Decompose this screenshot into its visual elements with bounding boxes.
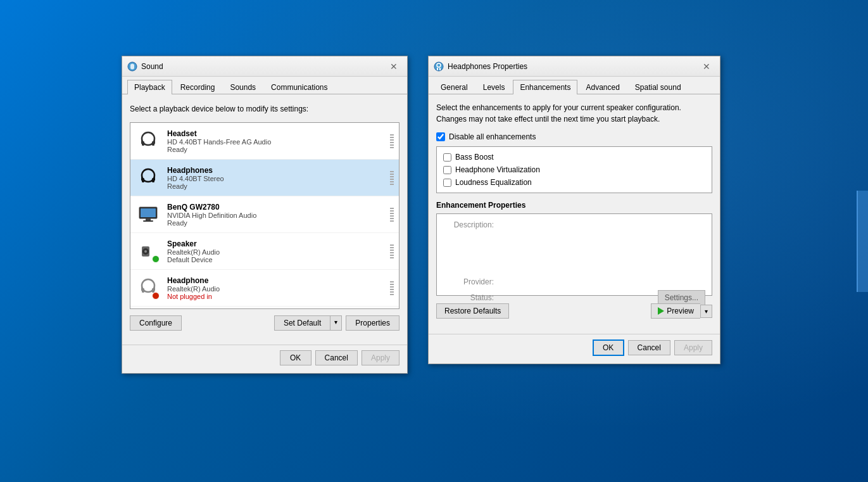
- preview-row: Restore Defaults Preview ▾: [436, 303, 712, 324]
- device-icon-headphone: [135, 276, 161, 301]
- headphone-virt-label: Headphone Virtualization: [455, 165, 540, 174]
- enhancements-list: Bass Boost Headphone Virtualization Loud…: [436, 146, 712, 193]
- description-label: Description:: [443, 220, 494, 229]
- side-decoration: [857, 191, 868, 292]
- disable-all-row: Disable all enhancements: [436, 132, 712, 141]
- device-status-headphones: Ready: [167, 182, 387, 190]
- device-item-headphone[interactable]: Headphone Realtek(R) Audio Not plugged i…: [130, 270, 399, 307]
- bass-boost-label: Bass Boost: [455, 153, 494, 162]
- play-triangle-icon: [658, 307, 664, 315]
- sound-description: Select a playback device below to modify…: [130, 102, 399, 116]
- device-icon-speaker: [135, 239, 161, 264]
- preview-split-button: Preview ▾: [651, 303, 712, 319]
- tab-communications[interactable]: Communications: [264, 80, 334, 94]
- device-item-benq[interactable]: BenQ GW2780 NVIDIA High Definition Audio…: [130, 196, 399, 233]
- enhancement-headphone-virt[interactable]: Headphone Virtualization: [441, 163, 708, 176]
- device-status-headset: Ready: [167, 146, 387, 153]
- tab-recording[interactable]: Recording: [173, 80, 222, 94]
- status-label: Status:: [443, 293, 494, 302]
- set-default-button[interactable]: Set Default: [274, 315, 330, 331]
- sound-title-bar: Sound ✕: [122, 56, 407, 77]
- device-name-headphones: Headphones: [167, 166, 387, 175]
- disable-all-label: Disable all enhancements: [449, 132, 536, 141]
- props-window-title: Headphones Properties: [448, 62, 698, 71]
- tab-levels[interactable]: Levels: [476, 80, 512, 94]
- device-item-headphones[interactable]: Headphones HD 4.40BT Stereo Ready: [130, 160, 399, 196]
- tab-playback[interactable]: Playback: [127, 80, 172, 94]
- device-grip-headphones: [390, 171, 394, 185]
- device-icon-benq: [135, 202, 161, 227]
- enhancement-properties-box: Description: Provider: Status: Settings.…: [436, 213, 712, 296]
- sound-apply-button[interactable]: Apply: [362, 350, 399, 365]
- device-info-benq: BenQ GW2780 NVIDIA High Definition Audio…: [167, 203, 387, 227]
- bass-boost-checkbox[interactable]: [443, 153, 451, 162]
- svg-rect-12: [141, 208, 156, 217]
- svg-rect-13: [146, 219, 151, 220]
- configure-button[interactable]: Configure: [130, 315, 182, 331]
- tab-general[interactable]: General: [434, 80, 475, 94]
- sound-window-title: Sound: [141, 62, 386, 71]
- device-item-headset[interactable]: Headset HD 4.40BT Hands-Free AG Audio Re…: [130, 123, 399, 160]
- sound-tabs: Playback Recording Sounds Communications: [122, 77, 407, 94]
- sound-ok-button[interactable]: OK: [280, 350, 311, 365]
- props-ok-button[interactable]: OK: [593, 339, 624, 356]
- device-grip-headset: [390, 134, 394, 148]
- sound-window: Sound ✕ Playback Recording Sounds Commun…: [122, 56, 408, 374]
- device-sub-speaker: Realtek(R) Audio: [167, 248, 387, 256]
- enhancement-loudness-eq[interactable]: Loudness Equalization: [441, 176, 708, 189]
- props-window-icon: [434, 61, 444, 72]
- sound-window-icon: [127, 61, 137, 72]
- tab-sounds[interactable]: Sounds: [223, 80, 263, 94]
- device-sub-benq: NVIDIA High Definition Audio: [167, 212, 387, 219]
- sound-bottom-buttons: OK Cancel Apply: [122, 345, 407, 373]
- device-info-headset: Headset HD 4.40BT Hands-Free AG Audio Re…: [167, 129, 387, 153]
- device-name-speaker: Speaker: [167, 239, 387, 248]
- props-apply-button[interactable]: Apply: [674, 340, 712, 355]
- speaker-default-dot: [152, 255, 160, 263]
- svg-rect-25: [437, 68, 438, 70]
- device-name-headset: Headset: [167, 129, 387, 138]
- loudness-eq-checkbox[interactable]: [443, 179, 451, 187]
- svg-rect-14: [143, 220, 153, 222]
- headphone-virt-checkbox[interactable]: [443, 166, 451, 174]
- device-status-headphone: Not plugged in: [167, 293, 387, 300]
- props-cancel-button[interactable]: Cancel: [628, 340, 670, 355]
- sound-close-button[interactable]: ✕: [386, 60, 402, 73]
- preview-label: Preview: [667, 307, 694, 315]
- device-status-speaker: Default Device: [167, 256, 387, 263]
- properties-button[interactable]: Properties: [346, 315, 399, 331]
- device-info-headphones: Headphones HD 4.40BT Stereo Ready: [167, 166, 387, 190]
- tab-advanced[interactable]: Advanced: [579, 80, 626, 94]
- device-name-benq: BenQ GW2780: [167, 203, 387, 212]
- preview-dropdown-button[interactable]: ▾: [700, 305, 712, 318]
- sound-cancel-button[interactable]: Cancel: [315, 350, 358, 365]
- device-sub-headphones: HD 4.40BT Stereo: [167, 175, 387, 182]
- enhancements-info-text: Select the enhancements to apply for you…: [436, 102, 712, 125]
- sound-content: Select a playback device below to modify…: [122, 94, 407, 342]
- set-default-arrow[interactable]: ▾: [330, 315, 342, 331]
- svg-point-17: [144, 250, 147, 253]
- device-grip-speaker: [390, 244, 394, 258]
- device-info-speaker: Speaker Realtek(R) Audio Default Device: [167, 239, 387, 263]
- preview-play-button[interactable]: Preview: [651, 303, 700, 319]
- tab-enhancements[interactable]: Enhancements: [513, 80, 577, 94]
- props-bottom-buttons: OK Cancel Apply: [429, 334, 720, 364]
- props-window: Headphones Properties ✕ General Levels E…: [428, 56, 720, 364]
- device-status-benq: Ready: [167, 219, 387, 227]
- provider-label: Provider:: [443, 277, 494, 286]
- disable-all-checkbox[interactable]: [436, 132, 445, 141]
- prop-description-row: Description:: [443, 220, 705, 229]
- props-title-bar: Headphones Properties ✕: [429, 56, 720, 77]
- device-item-speaker[interactable]: Speaker Realtek(R) Audio Default Device: [130, 233, 399, 270]
- props-close-button[interactable]: ✕: [698, 60, 715, 73]
- device-sub-headset: HD 4.40BT Hands-Free AG Audio: [167, 138, 387, 146]
- device-grip-benq: [390, 208, 394, 222]
- enhancement-bass-boost[interactable]: Bass Boost: [441, 151, 708, 163]
- restore-defaults-button[interactable]: Restore Defaults: [436, 303, 509, 319]
- enhancement-properties-label: Enhancement Properties: [436, 201, 712, 210]
- tab-spatial-sound[interactable]: Spatial sound: [628, 80, 688, 94]
- loudness-eq-label: Loudness Equalization: [455, 178, 532, 187]
- device-icon-headphones: [135, 165, 161, 191]
- device-icon-headset: [135, 129, 161, 154]
- device-name-headphone: Headphone: [167, 276, 387, 285]
